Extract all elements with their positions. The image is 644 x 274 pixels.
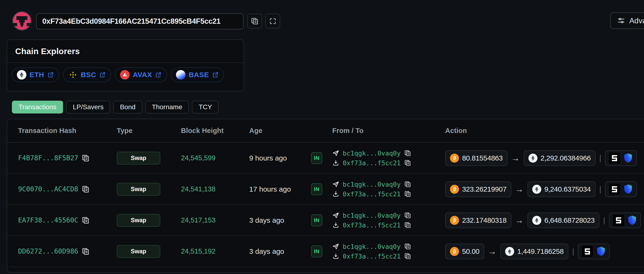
- transaction-hash-link[interactable]: 9C0070...AC4CD8: [18, 185, 78, 193]
- affiliate-badges: [578, 244, 610, 259]
- col-age: Age: [249, 127, 311, 135]
- expand-button[interactable]: [266, 14, 280, 28]
- chain-link-label: AVAX: [133, 71, 152, 79]
- chain-link-avax[interactable]: AVAX: [115, 67, 167, 82]
- copy-icon[interactable]: [404, 243, 411, 250]
- copy-icon[interactable]: [82, 185, 90, 193]
- address-input[interactable]: [36, 13, 244, 29]
- btc-icon: [450, 185, 459, 194]
- to-address-link[interactable]: 0xf73a...f5cc21: [343, 190, 401, 198]
- external-link-icon: [47, 71, 54, 78]
- chain-link-label: BSC: [81, 71, 96, 79]
- transaction-hash-link[interactable]: F4B78F...8F5B27: [18, 154, 78, 162]
- from-amount: 323.26219907: [462, 185, 506, 193]
- to-amount: 2,292.06384966: [540, 154, 591, 162]
- thorswap-icon: [609, 184, 620, 195]
- col-from-to: From / To: [326, 127, 445, 135]
- transactions-table: Transaction Hash Type Block Height Age F…: [7, 119, 644, 273]
- tab-bond[interactable]: Bond: [113, 101, 142, 114]
- col-type: Type: [117, 127, 181, 135]
- col-transaction-hash: Transaction Hash: [18, 127, 117, 135]
- eth-icon: [532, 216, 541, 225]
- table-body: F4B78F...8F5B27 Swap 24,545,599 9 hours …: [7, 143, 644, 267]
- from-address-link[interactable]: bc1qgk...0vaq0y: [343, 212, 401, 219]
- table-row: EA7F38...45560C Swap 24,517,153 3 days a…: [7, 205, 644, 236]
- copy-icon[interactable]: [404, 149, 411, 157]
- chain-link-bsc[interactable]: BSC: [63, 67, 111, 82]
- block-height-link[interactable]: 24,545,599: [181, 154, 216, 162]
- chain-link-eth[interactable]: ETH: [12, 67, 59, 82]
- col-block-height: Block Height: [181, 127, 249, 135]
- divider: |: [599, 185, 601, 193]
- table-row: 9C0070...AC4CD8 Swap 24,541,138 17 hours…: [7, 174, 644, 205]
- swap-out-amount: 1,449.7186258: [500, 244, 568, 259]
- to-amount: 1,449.7186258: [517, 247, 564, 256]
- block-height-link[interactable]: 24,517,153: [181, 216, 216, 224]
- tab-lp-savers[interactable]: LP/Savers: [66, 101, 110, 114]
- from-address-link[interactable]: bc1qgk...0vaq0y: [343, 181, 401, 188]
- eth-icon: [17, 70, 26, 80]
- copy-icon[interactable]: [404, 180, 411, 188]
- explorer-page: Advanced Chain Explorers ETH: [0, 0, 644, 274]
- copy-icon[interactable]: [404, 221, 411, 229]
- transaction-hash-link[interactable]: EA7F38...45560C: [18, 216, 78, 224]
- copy-icon[interactable]: [404, 212, 411, 219]
- arrow-right-icon: →: [515, 184, 524, 194]
- type-badge: Swap: [117, 214, 160, 227]
- bsc-icon: [68, 70, 78, 80]
- tab-tcy[interactable]: TCY: [192, 101, 218, 114]
- arrow-right-icon: →: [511, 153, 520, 163]
- advanced-label: Advanced: [629, 16, 644, 25]
- type-badge: Swap: [117, 183, 160, 196]
- from-address-link[interactable]: bc1qgk...0vaq0y: [343, 149, 401, 157]
- fullscreen-icon: [269, 17, 276, 25]
- send-icon: [332, 243, 339, 250]
- divider: |: [572, 247, 574, 256]
- affiliate-badges: [609, 213, 641, 228]
- tab-thorname[interactable]: Thorname: [145, 101, 189, 114]
- advanced-button[interactable]: Advanced: [610, 12, 644, 29]
- send-icon: [332, 181, 339, 188]
- table-row: DD6272...60D986 Swap 24,515,192 3 days a…: [7, 236, 644, 267]
- copy-icon[interactable]: [404, 190, 411, 198]
- copy-icon[interactable]: [404, 252, 411, 260]
- copy-icon[interactable]: [82, 154, 90, 162]
- affiliate-badges: [605, 150, 637, 166]
- direction-badge: IN: [311, 183, 322, 195]
- age-text: 17 hours ago: [249, 185, 291, 193]
- to-address-link[interactable]: 0xf73a...f5cc21: [343, 222, 401, 229]
- btc-icon: [450, 154, 459, 163]
- copy-icon[interactable]: [82, 216, 90, 225]
- sliders-icon: [617, 16, 626, 25]
- arrow-right-icon: →: [515, 215, 524, 225]
- to-address-link[interactable]: 0xf73a...f5cc21: [343, 159, 401, 167]
- transaction-hash-link[interactable]: DD6272...60D986: [18, 247, 78, 255]
- direction-badge: IN: [311, 246, 322, 257]
- base-icon: [176, 70, 186, 80]
- external-link-icon: [99, 71, 106, 78]
- to-address-link[interactable]: 0xf73a...f5cc21: [343, 253, 401, 260]
- from-amount: 232.17480318: [462, 216, 506, 224]
- send-icon: [332, 149, 339, 157]
- col-action: Action: [445, 127, 644, 135]
- copy-icon: [251, 17, 259, 25]
- from-address-link[interactable]: bc1qgk...0vaq0y: [343, 243, 401, 250]
- tabs: TransactionsLP/SaversBondThornameTCY: [12, 101, 218, 114]
- tab-transactions[interactable]: Transactions: [12, 101, 63, 114]
- external-link-icon: [212, 71, 219, 78]
- chain-link-base[interactable]: BASE: [171, 67, 224, 82]
- direction-badge: IN: [311, 214, 322, 226]
- copy-icon[interactable]: [404, 159, 411, 167]
- table-header: Transaction Hash Type Block Height Age F…: [7, 119, 644, 143]
- thorchain-logo-icon[interactable]: [12, 11, 32, 31]
- copy-address-button[interactable]: [247, 14, 262, 28]
- from-amount: 80.81554863: [462, 154, 503, 162]
- avax-icon: [120, 70, 130, 80]
- direction-badge: IN: [311, 152, 322, 164]
- block-height-link[interactable]: 24,515,192: [181, 247, 216, 255]
- chain-explorers-card: Chain Explorers ETH: [7, 39, 244, 91]
- eth-icon: [532, 185, 541, 194]
- copy-icon[interactable]: [82, 247, 90, 256]
- block-height-link[interactable]: 24,541,138: [181, 185, 216, 193]
- swap-in-amount: 80.81554863: [445, 150, 508, 166]
